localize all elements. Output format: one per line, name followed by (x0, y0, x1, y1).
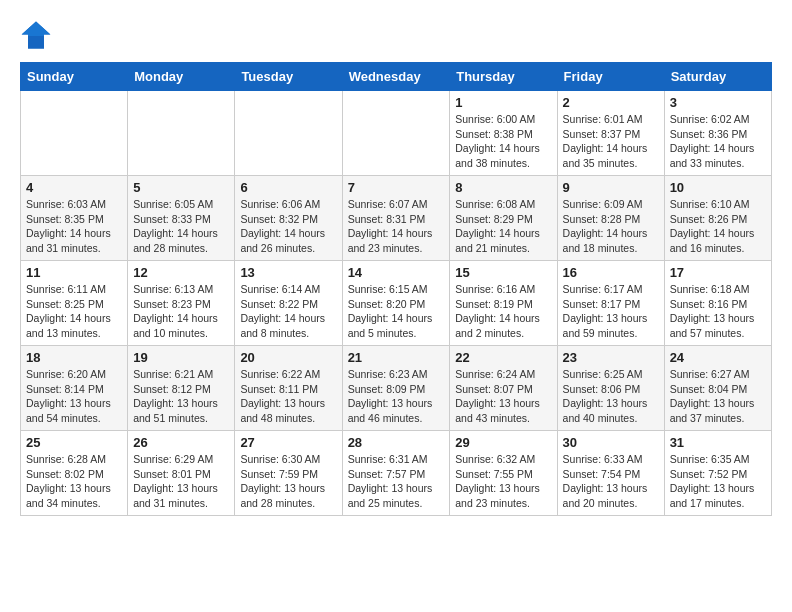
calendar-cell: 30Sunrise: 6:33 AM Sunset: 7:54 PM Dayli… (557, 431, 664, 516)
logo (20, 20, 56, 52)
weekday-header-saturday: Saturday (664, 63, 771, 91)
calendar-cell: 17Sunrise: 6:18 AM Sunset: 8:16 PM Dayli… (664, 261, 771, 346)
day-number: 8 (455, 180, 551, 195)
calendar-cell: 2Sunrise: 6:01 AM Sunset: 8:37 PM Daylig… (557, 91, 664, 176)
day-info: Sunrise: 6:35 AM Sunset: 7:52 PM Dayligh… (670, 452, 766, 511)
calendar-cell: 6Sunrise: 6:06 AM Sunset: 8:32 PM Daylig… (235, 176, 342, 261)
day-info: Sunrise: 6:17 AM Sunset: 8:17 PM Dayligh… (563, 282, 659, 341)
calendar-cell: 1Sunrise: 6:00 AM Sunset: 8:38 PM Daylig… (450, 91, 557, 176)
calendar-week-row: 11Sunrise: 6:11 AM Sunset: 8:25 PM Dayli… (21, 261, 772, 346)
day-number: 23 (563, 350, 659, 365)
day-info: Sunrise: 6:20 AM Sunset: 8:14 PM Dayligh… (26, 367, 122, 426)
day-number: 28 (348, 435, 445, 450)
calendar-cell: 8Sunrise: 6:08 AM Sunset: 8:29 PM Daylig… (450, 176, 557, 261)
calendar-cell: 4Sunrise: 6:03 AM Sunset: 8:35 PM Daylig… (21, 176, 128, 261)
day-info: Sunrise: 6:16 AM Sunset: 8:19 PM Dayligh… (455, 282, 551, 341)
day-number: 3 (670, 95, 766, 110)
calendar-cell: 24Sunrise: 6:27 AM Sunset: 8:04 PM Dayli… (664, 346, 771, 431)
day-info: Sunrise: 6:27 AM Sunset: 8:04 PM Dayligh… (670, 367, 766, 426)
calendar-cell: 18Sunrise: 6:20 AM Sunset: 8:14 PM Dayli… (21, 346, 128, 431)
day-number: 17 (670, 265, 766, 280)
day-info: Sunrise: 6:18 AM Sunset: 8:16 PM Dayligh… (670, 282, 766, 341)
day-number: 2 (563, 95, 659, 110)
calendar-cell: 25Sunrise: 6:28 AM Sunset: 8:02 PM Dayli… (21, 431, 128, 516)
day-number: 14 (348, 265, 445, 280)
weekday-header-wednesday: Wednesday (342, 63, 450, 91)
day-number: 27 (240, 435, 336, 450)
day-info: Sunrise: 6:14 AM Sunset: 8:22 PM Dayligh… (240, 282, 336, 341)
day-number: 29 (455, 435, 551, 450)
weekday-header-thursday: Thursday (450, 63, 557, 91)
calendar-cell: 13Sunrise: 6:14 AM Sunset: 8:22 PM Dayli… (235, 261, 342, 346)
day-info: Sunrise: 6:28 AM Sunset: 8:02 PM Dayligh… (26, 452, 122, 511)
day-number: 21 (348, 350, 445, 365)
weekday-header-monday: Monday (128, 63, 235, 91)
day-info: Sunrise: 6:03 AM Sunset: 8:35 PM Dayligh… (26, 197, 122, 256)
logo-icon (20, 20, 52, 52)
day-number: 10 (670, 180, 766, 195)
day-info: Sunrise: 6:11 AM Sunset: 8:25 PM Dayligh… (26, 282, 122, 341)
day-info: Sunrise: 6:25 AM Sunset: 8:06 PM Dayligh… (563, 367, 659, 426)
weekday-header-tuesday: Tuesday (235, 63, 342, 91)
day-number: 1 (455, 95, 551, 110)
day-number: 25 (26, 435, 122, 450)
calendar-cell: 5Sunrise: 6:05 AM Sunset: 8:33 PM Daylig… (128, 176, 235, 261)
calendar-cell: 3Sunrise: 6:02 AM Sunset: 8:36 PM Daylig… (664, 91, 771, 176)
day-number: 19 (133, 350, 229, 365)
day-info: Sunrise: 6:33 AM Sunset: 7:54 PM Dayligh… (563, 452, 659, 511)
day-info: Sunrise: 6:08 AM Sunset: 8:29 PM Dayligh… (455, 197, 551, 256)
day-number: 31 (670, 435, 766, 450)
day-number: 4 (26, 180, 122, 195)
day-number: 13 (240, 265, 336, 280)
calendar-cell: 14Sunrise: 6:15 AM Sunset: 8:20 PM Dayli… (342, 261, 450, 346)
day-number: 26 (133, 435, 229, 450)
day-number: 9 (563, 180, 659, 195)
calendar-cell: 7Sunrise: 6:07 AM Sunset: 8:31 PM Daylig… (342, 176, 450, 261)
calendar-cell: 31Sunrise: 6:35 AM Sunset: 7:52 PM Dayli… (664, 431, 771, 516)
day-info: Sunrise: 6:15 AM Sunset: 8:20 PM Dayligh… (348, 282, 445, 341)
day-info: Sunrise: 6:22 AM Sunset: 8:11 PM Dayligh… (240, 367, 336, 426)
calendar-cell: 12Sunrise: 6:13 AM Sunset: 8:23 PM Dayli… (128, 261, 235, 346)
calendar-week-row: 25Sunrise: 6:28 AM Sunset: 8:02 PM Dayli… (21, 431, 772, 516)
calendar-cell: 19Sunrise: 6:21 AM Sunset: 8:12 PM Dayli… (128, 346, 235, 431)
day-info: Sunrise: 6:31 AM Sunset: 7:57 PM Dayligh… (348, 452, 445, 511)
day-number: 12 (133, 265, 229, 280)
day-number: 30 (563, 435, 659, 450)
day-number: 7 (348, 180, 445, 195)
calendar-cell (235, 91, 342, 176)
calendar-cell: 26Sunrise: 6:29 AM Sunset: 8:01 PM Dayli… (128, 431, 235, 516)
calendar-cell: 11Sunrise: 6:11 AM Sunset: 8:25 PM Dayli… (21, 261, 128, 346)
day-info: Sunrise: 6:06 AM Sunset: 8:32 PM Dayligh… (240, 197, 336, 256)
calendar-cell: 15Sunrise: 6:16 AM Sunset: 8:19 PM Dayli… (450, 261, 557, 346)
day-number: 22 (455, 350, 551, 365)
day-number: 15 (455, 265, 551, 280)
day-info: Sunrise: 6:23 AM Sunset: 8:09 PM Dayligh… (348, 367, 445, 426)
calendar-cell: 16Sunrise: 6:17 AM Sunset: 8:17 PM Dayli… (557, 261, 664, 346)
svg-marker-1 (22, 22, 51, 36)
weekday-header-row: SundayMondayTuesdayWednesdayThursdayFrid… (21, 63, 772, 91)
day-number: 18 (26, 350, 122, 365)
day-number: 24 (670, 350, 766, 365)
day-number: 20 (240, 350, 336, 365)
calendar-cell: 20Sunrise: 6:22 AM Sunset: 8:11 PM Dayli… (235, 346, 342, 431)
calendar-cell: 9Sunrise: 6:09 AM Sunset: 8:28 PM Daylig… (557, 176, 664, 261)
calendar-cell: 23Sunrise: 6:25 AM Sunset: 8:06 PM Dayli… (557, 346, 664, 431)
day-info: Sunrise: 6:30 AM Sunset: 7:59 PM Dayligh… (240, 452, 336, 511)
day-info: Sunrise: 6:29 AM Sunset: 8:01 PM Dayligh… (133, 452, 229, 511)
page-header (20, 20, 772, 52)
calendar-cell (342, 91, 450, 176)
calendar-week-row: 18Sunrise: 6:20 AM Sunset: 8:14 PM Dayli… (21, 346, 772, 431)
day-number: 16 (563, 265, 659, 280)
calendar-cell: 22Sunrise: 6:24 AM Sunset: 8:07 PM Dayli… (450, 346, 557, 431)
day-info: Sunrise: 6:07 AM Sunset: 8:31 PM Dayligh… (348, 197, 445, 256)
calendar-week-row: 1Sunrise: 6:00 AM Sunset: 8:38 PM Daylig… (21, 91, 772, 176)
day-info: Sunrise: 6:10 AM Sunset: 8:26 PM Dayligh… (670, 197, 766, 256)
day-info: Sunrise: 6:05 AM Sunset: 8:33 PM Dayligh… (133, 197, 229, 256)
calendar-cell: 27Sunrise: 6:30 AM Sunset: 7:59 PM Dayli… (235, 431, 342, 516)
calendar-week-row: 4Sunrise: 6:03 AM Sunset: 8:35 PM Daylig… (21, 176, 772, 261)
day-info: Sunrise: 6:32 AM Sunset: 7:55 PM Dayligh… (455, 452, 551, 511)
calendar-cell: 29Sunrise: 6:32 AM Sunset: 7:55 PM Dayli… (450, 431, 557, 516)
day-info: Sunrise: 6:13 AM Sunset: 8:23 PM Dayligh… (133, 282, 229, 341)
calendar-cell (128, 91, 235, 176)
day-number: 6 (240, 180, 336, 195)
